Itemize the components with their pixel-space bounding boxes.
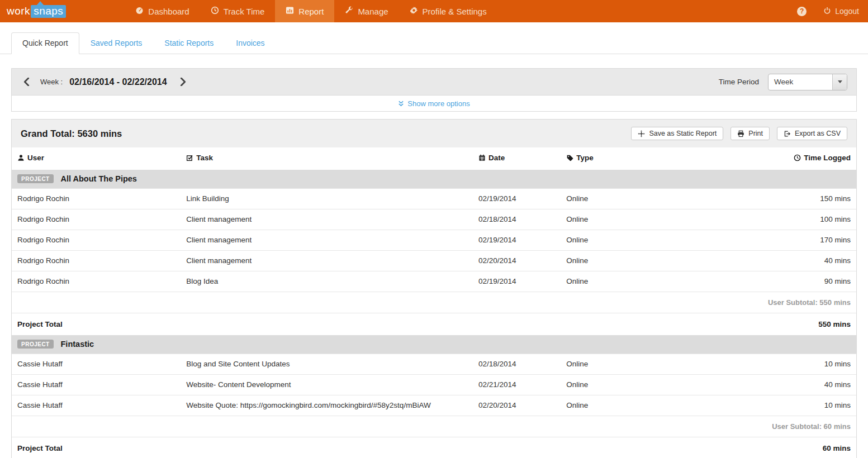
tab-quick-report[interactable]: Quick Report — [11, 32, 79, 54]
project-total-label: Project Total — [12, 437, 181, 458]
cell-user: Cassie Hutaff — [12, 354, 181, 375]
cell-date: 02/18/2014 — [473, 354, 561, 375]
show-more-options-link[interactable]: Show more options — [398, 99, 469, 108]
cell-time: 90 mins — [738, 271, 856, 292]
report-table: User Task Date Type Time Logged PROJECT — [12, 147, 856, 458]
cell-time: 10 mins — [738, 354, 856, 375]
clock-icon — [211, 6, 219, 16]
cell-date: 02/19/2014 — [473, 271, 561, 292]
cell-user: Cassie Hutaff — [12, 375, 181, 395]
cell-type: Online — [561, 230, 738, 251]
nav-item-profile-settings[interactable]: Profile & Settings — [399, 0, 497, 22]
tab-invoices[interactable]: Invoices — [225, 32, 276, 54]
bar-chart-icon — [286, 6, 294, 16]
nav-item-dashboard[interactable]: Dashboard — [125, 0, 200, 22]
cell-task: Blog Idea — [181, 271, 473, 292]
show-more-options-label: Show more options — [407, 99, 469, 108]
double-chevron-down-icon — [398, 101, 404, 107]
cell-time: 40 mins — [738, 375, 856, 395]
cell-date: 02/19/2014 — [473, 189, 561, 209]
project-section: PROJECT Fintastic Cassie Hutaff Blog and… — [12, 335, 856, 458]
project-name: All About The Pipes — [61, 174, 137, 183]
column-date: Date — [473, 147, 561, 170]
gear-icon — [410, 6, 418, 16]
report-panel: Grand Total: 5630 mins Save as Static Re… — [11, 119, 857, 458]
cell-type: Online — [561, 271, 738, 292]
save-static-icon — [638, 130, 645, 137]
cell-date: 02/20/2014 — [473, 251, 561, 271]
tab-static-reports[interactable]: Static Reports — [153, 32, 225, 54]
project-section: PROJECT All About The Pipes Rodrigo Roch… — [12, 170, 856, 335]
cell-type: Online — [561, 209, 738, 230]
project-total-value: 60 mins — [738, 437, 856, 458]
project-total-row: Project Total 60 mins — [12, 437, 856, 458]
logo-triangle — [36, 1, 44, 6]
logo-text-snaps: snaps — [31, 5, 66, 18]
export-as-csv-button[interactable]: Export as CSV — [777, 127, 847, 140]
time-entry-row: Rodrigo Rochin Blog Idea 02/19/2014 Onli… — [12, 271, 856, 292]
help-icon[interactable]: ? — [797, 7, 807, 16]
cell-time: 40 mins — [738, 251, 856, 271]
report-tabs: Quick Report Saved Reports Static Report… — [0, 32, 868, 54]
nav-item-label: Profile & Settings — [423, 7, 487, 16]
nav-item-track-time[interactable]: Track Time — [200, 0, 276, 22]
cell-type: Online — [561, 251, 738, 271]
nav-item-manage[interactable]: Manage — [334, 0, 399, 22]
logout-button[interactable]: Logout — [823, 7, 859, 16]
dashboard-icon — [135, 6, 144, 16]
save-as-static-report-button[interactable]: Save as Static Report — [631, 127, 723, 140]
time-entry-row: Rodrigo Rochin Client management 02/18/2… — [12, 209, 856, 230]
nav-item-label: Report — [298, 7, 324, 16]
cell-type: Online — [561, 375, 738, 395]
check-square-icon — [186, 154, 193, 163]
logo-text-work: work — [7, 5, 30, 17]
project-header-row: PROJECT All About The Pipes — [12, 170, 856, 189]
worksnaps-logo[interactable]: work snaps — [0, 5, 72, 17]
report-header: Grand Total: 5630 mins Save as Static Re… — [12, 120, 856, 147]
nav-item-label: Manage — [358, 7, 388, 16]
nav-item-report[interactable]: Report — [275, 0, 334, 22]
time-entry-row: Rodrigo Rochin Link Building 02/19/2014 … — [12, 189, 856, 209]
logout-label: Logout — [835, 7, 859, 16]
column-user: User — [12, 147, 181, 170]
cell-user: Rodrigo Rochin — [12, 271, 181, 292]
wrench-icon — [345, 6, 353, 16]
cell-user: Rodrigo Rochin — [12, 251, 181, 271]
project-total-row: Project Total 550 mins — [12, 313, 856, 336]
time-period-select[interactable]: Week — [768, 74, 847, 90]
column-time-logged: Time Logged — [738, 147, 856, 170]
cell-task: Link Building — [181, 189, 473, 209]
time-entry-row: Cassie Hutaff Website- Content Developme… — [12, 375, 856, 395]
next-week-button[interactable] — [177, 77, 189, 87]
week-date-range: 02/16/2014 - 02/22/2014 — [69, 77, 167, 87]
cell-task: Client management — [181, 251, 473, 271]
time-entry-row: Cassie Hutaff Website Quote: https://gom… — [12, 395, 856, 416]
project-total-value: 550 mins — [738, 313, 856, 336]
user-subtotal-row: User Subtotal: 550 mins — [12, 292, 856, 313]
time-entry-row: Cassie Hutaff Blog and Site Content Upda… — [12, 354, 856, 375]
grand-total: Grand Total: 5630 mins — [21, 128, 122, 139]
tab-saved-reports[interactable]: Saved Reports — [79, 32, 154, 54]
cell-time: 150 mins — [738, 189, 856, 209]
column-task: Task — [181, 147, 473, 170]
nav-right: ? Logout — [797, 7, 868, 16]
print-button[interactable]: Print — [731, 127, 770, 140]
clock-icon — [794, 154, 801, 163]
cell-time: 10 mins — [738, 395, 856, 416]
export-icon — [784, 130, 791, 137]
user-subtotal-row: User Subtotal: 60 mins — [12, 416, 856, 437]
cell-task: Blog and Site Content Updates — [181, 354, 473, 375]
chevron-down-icon — [832, 74, 847, 90]
period-panel: Week : 02/16/2014 - 02/22/2014 Time Peri… — [11, 68, 857, 112]
cell-date: 02/19/2014 — [473, 230, 561, 251]
cell-time: 170 mins — [738, 230, 856, 251]
cell-type: Online — [561, 395, 738, 416]
cell-user: Rodrigo Rochin — [12, 209, 181, 230]
time-entry-row: Rodrigo Rochin Client management 02/20/2… — [12, 251, 856, 271]
project-badge: PROJECT — [17, 174, 54, 183]
user-subtotal: User Subtotal: 550 mins — [12, 292, 856, 313]
project-total-label: Project Total — [12, 313, 181, 336]
previous-week-button[interactable] — [21, 77, 32, 87]
cell-date: 02/18/2014 — [473, 209, 561, 230]
project-name: Fintastic — [61, 340, 94, 349]
